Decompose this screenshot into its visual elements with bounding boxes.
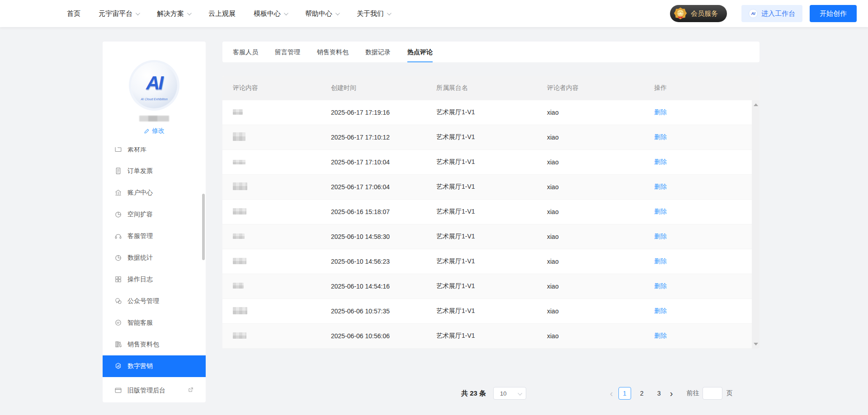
censored-comment-content [233,258,246,264]
sidebar-item-sales-kit[interactable]: 销售资料包 [103,334,206,355]
cell-commenter: xiao [547,283,654,290]
cell-commenter: xiao [547,308,654,315]
cell-commenter: xiao [547,159,654,166]
delete-link[interactable]: 删除 [654,257,667,265]
nav-item-cloud-exhibition[interactable]: 云上观展 [208,9,236,18]
sidebar-item-operation-log[interactable]: 操作日志 [103,269,206,290]
table-row: 2025-06-17 17:10:12 艺术展厅1-V1 xiao 删除 [222,125,760,150]
cell-hall-name: 艺术展厅1-V1 [436,183,547,191]
tab-service-staff[interactable]: 客服人员 [233,42,258,62]
gold-medal-icon [674,7,687,20]
ai-logo-icon: AI [749,9,758,18]
scroll-up-icon[interactable] [754,103,758,106]
pie-chart-icon [114,254,122,261]
goto-page-input[interactable] [703,387,722,400]
next-page-button[interactable] [670,388,673,399]
nav-label: 元宇宙平台 [99,9,132,18]
sidebar-item-label: 订单发票 [127,167,153,175]
nav-label: 首页 [67,9,80,18]
sidebar-item-order-invoice[interactable]: 订单发票 [103,160,206,182]
cell-hall-name: 艺术展厅1-V1 [436,307,547,315]
nav-item-help-center[interactable]: 帮助中心 [305,9,339,18]
table-body: 2025-06-17 17:19:16 艺术展厅1-V1 xiao 删除 202… [222,100,760,349]
censored-comment-content [233,208,246,214]
col-hall-name: 所属展台名 [436,84,547,92]
delete-link[interactable]: 删除 [654,307,667,314]
cell-hall-name: 艺术展厅1-V1 [436,133,547,141]
enter-workspace-button[interactable]: AI 进入工作台 [741,5,802,22]
cell-commenter: xiao [547,332,654,340]
bank-icon [114,189,122,196]
sidebar-item-account-center[interactable]: 账户中心 [103,182,206,204]
sidebar-item-smart-service[interactable]: 智能客服 [103,312,206,334]
delete-link[interactable]: 删除 [654,332,667,339]
delete-link[interactable]: 删除 [654,108,667,116]
table-row: 2025-06-16 15:18:07 艺术展厅1-V1 xiao 删除 [222,200,760,224]
external-link-icon [188,387,194,394]
censored-comment-content [233,233,245,239]
nav-item-template-center[interactable]: 模板中心 [254,9,287,18]
cell-created-time: 2025-06-10 14:56:23 [331,258,436,265]
delete-link[interactable]: 删除 [654,282,667,289]
col-commenter: 评论者内容 [547,84,654,92]
tab-data-records[interactable]: 数据记录 [365,42,391,62]
sidebar-item-label: 操作日志 [127,275,153,284]
delete-link[interactable]: 删除 [654,233,667,240]
sidebar-item-data-statistics[interactable]: 数据统计 [103,247,206,269]
sidebar-item-material-library[interactable]: 素材库 [103,147,206,160]
nav-label: 解决方案 [157,9,184,18]
headset-icon [114,232,122,240]
delete-link[interactable]: 删除 [654,158,667,165]
censored-comment-content [233,160,245,164]
censored-comment-content [233,132,245,141]
member-service-badge[interactable]: 会员服务 [670,5,727,22]
sidebar-item-label: 智能客服 [127,319,153,327]
wechat-icon [114,297,122,305]
topbar-actions: 会员服务 AI 进入工作台 开始创作 [670,5,868,22]
sidebar-item-label: 数字营销 [127,362,153,370]
delete-link[interactable]: 删除 [654,133,667,140]
content-tabs: 客服人员 留言管理 销售资料包 数据记录 热点评论 [222,42,760,62]
delete-link[interactable]: 删除 [654,208,667,215]
cell-created-time: 2025-06-06 10:57:35 [331,308,436,315]
table-scrollbar[interactable] [752,100,760,349]
censored-comment-content [233,283,244,289]
table-row: 2025-06-17 17:10:04 艺术展厅1-V1 xiao 删除 [222,150,760,175]
prev-page-button[interactable] [610,388,613,399]
sidebar-scrollbar[interactable] [202,194,205,260]
chevron-down-icon [136,11,140,15]
start-creating-button[interactable]: 开始创作 [810,5,857,22]
sidebar-item-space-expansion[interactable]: 空间扩容 [103,204,206,225]
edit-profile-link[interactable]: 修改 [144,127,165,135]
cell-created-time: 2025-06-10 14:58:30 [331,233,436,240]
avatar[interactable]: AI AI Cloud Exhibition [131,62,177,108]
tab-sales-kit[interactable]: 销售资料包 [317,42,349,62]
avatar-ai-logo: AI [131,72,177,94]
sidebar-item-customer-service[interactable]: 客服管理 [103,225,206,247]
cell-commenter: xiao [547,258,654,265]
nav-item-metaverse-platform[interactable]: 元宇宙平台 [99,9,139,18]
table-header: 评论内容 创建时间 所属展台名 评论者内容 操作 [222,76,760,100]
nav-item-solutions[interactable]: 解决方案 [157,9,190,18]
page-button-2[interactable]: 2 [636,387,648,400]
scroll-down-icon[interactable] [754,343,758,345]
page-button-3[interactable]: 3 [653,387,665,400]
chevron-down-icon [187,11,192,15]
delete-link[interactable]: 删除 [654,183,667,190]
cell-created-time: 2025-06-17 17:10:12 [331,134,436,141]
sidebar-item-label: 销售资料包 [127,340,159,349]
page-button-1[interactable]: 1 [618,387,631,400]
tab-hot-comments[interactable]: 热点评论 [407,42,433,62]
sidebar-item-legacy-admin[interactable]: 旧版管理后台 [103,380,206,401]
tab-message-management[interactable]: 留言管理 [275,42,300,62]
censored-comment-content [233,109,243,115]
sidebar-item-label: 账户中心 [127,189,153,197]
nav-item-home[interactable]: 首页 [67,9,80,18]
sidebar-item-official-account[interactable]: 公众号管理 [103,290,206,312]
nav-item-about-us[interactable]: 关于我们 [357,9,390,18]
pagination: 共 23 条 10 1 2 3 前往 页 [222,387,760,400]
cell-commenter: xiao [547,233,654,240]
page-size-select[interactable]: 10 [493,387,526,400]
sidebar-item-digital-marketing[interactable]: 数字营销 [103,355,206,377]
cell-hall-name: 艺术展厅1-V1 [436,257,547,266]
